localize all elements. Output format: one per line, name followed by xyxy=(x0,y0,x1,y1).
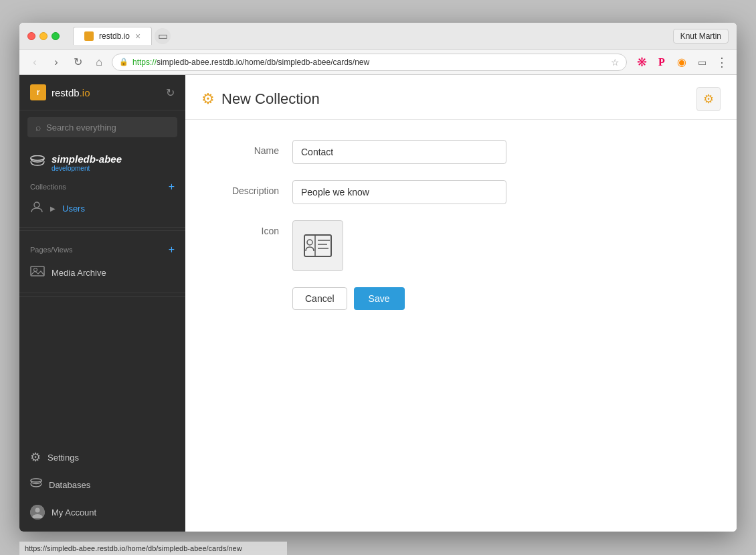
traffic-lights xyxy=(27,32,60,40)
search-box[interactable]: ⌕ xyxy=(27,117,177,137)
settings-gear-button[interactable]: ⚙ xyxy=(696,87,721,111)
name-label: Name xyxy=(212,140,279,156)
star-icon[interactable]: ☆ xyxy=(611,57,620,68)
url-text: https://simpledb-abee.restdb.io/home/db/… xyxy=(132,58,607,67)
description-label: Description xyxy=(212,180,279,196)
svg-point-1 xyxy=(34,202,39,208)
user-icon xyxy=(30,200,43,216)
description-input[interactable] xyxy=(292,180,506,204)
form-container: Name Description Icon xyxy=(185,120,737,330)
sidebar-header: r restdb.io ↻ xyxy=(19,75,185,110)
nav-bar: ‹ › ↻ ⌂ 🔒 https://simpledb-abee.restdb.i… xyxy=(19,50,737,75)
sidebar-item-media-archive[interactable]: Media Archive xyxy=(19,258,185,287)
tab-close-icon[interactable]: × xyxy=(135,31,140,41)
my-account-label: My Account xyxy=(52,507,96,518)
sidebar-item-settings[interactable]: ⚙ Settings xyxy=(19,443,185,471)
settings-label: Settings xyxy=(48,453,79,463)
collections-section-header: Collections + xyxy=(19,179,185,195)
pages-label: Pages/Views xyxy=(30,246,72,254)
cancel-button[interactable]: Cancel xyxy=(292,287,347,310)
new-tab-icon: ▭ xyxy=(158,31,168,42)
close-button[interactable] xyxy=(27,32,35,40)
db-name: simpledb-abee xyxy=(52,153,175,165)
sidebar: r restdb.io ↻ ⌕ xyxy=(19,75,185,532)
media-archive-icon xyxy=(30,264,45,281)
add-collection-icon[interactable]: + xyxy=(169,181,175,192)
db-section: simpledb-abee development Collections + xyxy=(19,144,185,228)
divider-1 xyxy=(19,230,185,231)
svg-point-3 xyxy=(34,268,37,272)
users-label: Users xyxy=(62,204,85,214)
page-title: New Collection xyxy=(221,90,320,108)
main-header: ⚙ New Collection ⚙ xyxy=(185,75,737,120)
page-title-area: ⚙ New Collection xyxy=(201,90,320,108)
status-bar: https://simpledb-abee.restdb.io/home/db/… xyxy=(19,542,287,555)
cast-icon[interactable]: ▭ xyxy=(694,54,710,70)
databases-icon xyxy=(30,478,42,491)
lock-icon: 🔒 xyxy=(119,58,128,66)
form-row-description: Description xyxy=(212,180,710,204)
db-env: development xyxy=(52,165,175,172)
avatar xyxy=(30,505,45,520)
rss-icon[interactable]: ◉ xyxy=(674,54,690,70)
divider-2 xyxy=(19,296,185,297)
icon-picker[interactable] xyxy=(292,220,343,271)
form-actions: Cancel Save xyxy=(292,287,710,310)
minimize-button[interactable] xyxy=(39,32,48,40)
db-header: simpledb-abee development xyxy=(19,149,185,176)
pages-section: Pages/Views + Media Archive xyxy=(19,234,185,293)
reload-button[interactable]: ↻ xyxy=(69,54,86,71)
svg-rect-2 xyxy=(31,266,44,276)
tab-title: restdb.io xyxy=(99,31,130,41)
icon-label: Icon xyxy=(212,220,279,236)
url-rest: simpledb-abee.restdb.io/home/db/simpledb… xyxy=(157,58,369,67)
gear-icon: ⚙ xyxy=(703,92,714,106)
logo-name: restdb xyxy=(52,87,80,98)
svg-point-6 xyxy=(35,508,40,513)
user-label: Knut Martin xyxy=(673,29,729,44)
sidebar-item-my-account[interactable]: My Account xyxy=(19,498,185,526)
new-collection-icon: ⚙ xyxy=(201,90,215,108)
vivaldi-icon[interactable]: ❋ xyxy=(634,54,650,70)
url-https: https:// xyxy=(132,58,157,67)
pages-section-header: Pages/Views + xyxy=(19,242,185,258)
svg-point-10 xyxy=(307,240,312,245)
svg-point-4 xyxy=(31,479,41,482)
nav-icons: ❋ P ◉ ▭ ⋮ xyxy=(634,54,730,70)
refresh-icon[interactable]: ↻ xyxy=(166,86,175,99)
form-row-icon: Icon xyxy=(212,220,710,271)
databases-label: Databases xyxy=(49,480,90,490)
active-tab[interactable]: restdb.io × xyxy=(73,27,152,45)
tab-area: restdb.io × ▭ xyxy=(73,27,668,45)
pocket-icon[interactable]: P xyxy=(654,54,670,70)
expand-arrow-icon: ▶ xyxy=(50,205,56,212)
home-button[interactable]: ⌂ xyxy=(90,54,108,71)
save-button[interactable]: Save xyxy=(354,287,405,310)
logo-text: restdb.io xyxy=(52,87,90,98)
address-bar[interactable]: 🔒 https://simpledb-abee.restdb.io/home/d… xyxy=(112,54,627,71)
db-stack-icon xyxy=(30,155,45,171)
bottom-section: ⚙ Settings Databases xyxy=(19,438,185,532)
forward-button[interactable]: › xyxy=(48,54,65,71)
logo-favicon: r xyxy=(30,84,46,100)
sidebar-item-databases[interactable]: Databases xyxy=(19,471,185,498)
status-url: https://simpledb-abee.restdb.io/home/db/… xyxy=(25,544,242,552)
back-button[interactable]: ‹ xyxy=(26,54,43,71)
name-input[interactable] xyxy=(292,140,506,164)
sidebar-logo: r restdb.io xyxy=(30,84,90,100)
sidebar-item-users[interactable]: ▶ Users xyxy=(19,195,185,222)
add-page-icon[interactable]: + xyxy=(169,244,175,255)
svg-rect-8 xyxy=(304,235,315,256)
form-row-name: Name xyxy=(212,140,710,164)
collections-label: Collections xyxy=(30,183,66,191)
media-archive-label: Media Archive xyxy=(52,268,106,278)
settings-gear-icon: ⚙ xyxy=(30,450,41,465)
app-layout: r restdb.io ↻ ⌕ xyxy=(19,75,737,532)
maximize-button[interactable] xyxy=(52,32,60,40)
search-icon: ⌕ xyxy=(35,122,41,133)
more-menu-icon[interactable]: ⋮ xyxy=(714,54,730,70)
search-input[interactable] xyxy=(46,123,169,133)
db-info: simpledb-abee development xyxy=(52,153,175,172)
new-tab-button[interactable]: ▭ xyxy=(155,28,171,44)
title-bar: restdb.io × ▭ Knut Martin xyxy=(19,23,737,50)
